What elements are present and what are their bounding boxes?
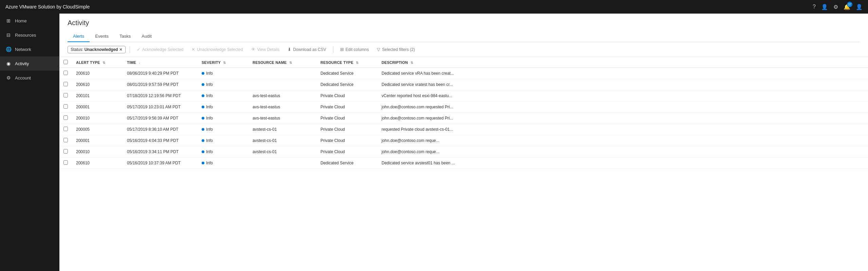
- cell-severity: Info: [198, 135, 248, 146]
- app-title: Azure VMware Solution by CloudSimple: [5, 4, 90, 10]
- row-checkbox[interactable]: [63, 149, 68, 153]
- col-header-time[interactable]: TIME ↓: [123, 57, 198, 68]
- help-icon[interactable]: ?: [813, 4, 816, 10]
- sort-icon-time: ↓: [138, 61, 140, 65]
- severity-dot: [202, 128, 204, 131]
- severity-dot: [202, 106, 204, 108]
- notifications-icon[interactable]: 🔔 37: [844, 4, 850, 10]
- table-row: 200010 05/16/2019 3:34:11 PM PDT Info av…: [59, 146, 868, 158]
- table-row: 200001 05/16/2019 4:04:33 PM PDT Info av…: [59, 135, 868, 146]
- row-checkbox[interactable]: [63, 160, 68, 165]
- page-header: Activity Alerts Events Tasks Audit: [59, 14, 868, 42]
- edit-columns-label: Edit columns: [346, 47, 369, 52]
- cell-description: john.doe@contoso.com reque...: [377, 135, 868, 146]
- filter-icon: ▽: [377, 47, 380, 52]
- severity-dot: [202, 117, 204, 120]
- sidebar-item-activity[interactable]: ◉ Activity: [0, 56, 59, 71]
- row-checkbox[interactable]: [63, 82, 68, 86]
- download-icon: ⬇: [288, 47, 291, 52]
- cell-alert-type: 200001: [72, 135, 123, 146]
- edit-columns-button[interactable]: ⊞ Edit columns: [337, 46, 372, 53]
- cell-description: Dedicated service vRA has been creat...: [377, 68, 868, 79]
- row-checkbox-cell[interactable]: [59, 68, 72, 79]
- table-row: 200101 07/18/2019 12:19:56 PM PDT Info a…: [59, 90, 868, 102]
- tab-audit[interactable]: Audit: [136, 31, 157, 42]
- page-title: Activity: [68, 19, 860, 27]
- cell-severity: Info: [198, 124, 248, 135]
- severity-dot: [202, 72, 204, 75]
- cell-alert-type: 200610: [72, 158, 123, 169]
- select-all-header[interactable]: [59, 57, 72, 68]
- col-header-alert-type[interactable]: ALERT TYPE ⇅: [72, 57, 123, 68]
- row-checkbox[interactable]: [63, 138, 68, 142]
- table-row: 200010 05/17/2019 9:56:39 AM PDT Info av…: [59, 113, 868, 124]
- row-checkbox[interactable]: [63, 71, 68, 75]
- row-checkbox[interactable]: [63, 127, 68, 131]
- cell-severity: Info: [198, 113, 248, 124]
- cell-resource-type: Private Cloud: [316, 90, 377, 102]
- severity-dot: [202, 150, 204, 153]
- cell-time: 05/17/2019 9:56:39 AM PDT: [123, 113, 198, 124]
- sidebar-item-resources[interactable]: ⊟ Resources: [0, 28, 59, 42]
- sidebar-item-account[interactable]: ⚙ Account: [0, 71, 59, 85]
- topbar: Azure VMware Solution by CloudSimple ? 👤…: [0, 0, 868, 14]
- row-checkbox-cell[interactable]: [59, 146, 72, 158]
- col-header-resource-name[interactable]: RESOURCE NAME ⇅: [248, 57, 316, 68]
- status-filter-badge[interactable]: Status: Unacknowledged ✕: [68, 46, 126, 53]
- row-checkbox-cell[interactable]: [59, 102, 72, 113]
- row-checkbox-cell[interactable]: [59, 158, 72, 169]
- sort-icon-resource-name: ⇅: [289, 61, 292, 65]
- cell-resource-type: Private Cloud: [316, 146, 377, 158]
- row-checkbox-cell[interactable]: [59, 124, 72, 135]
- row-checkbox[interactable]: [63, 104, 68, 109]
- home-icon: ⊞: [5, 18, 12, 24]
- cell-severity: Info: [198, 158, 248, 169]
- row-checkbox[interactable]: [63, 115, 68, 120]
- row-checkbox[interactable]: [63, 93, 68, 97]
- activity-icon: ◉: [5, 60, 12, 67]
- cell-resource-name: avstest-cs-01: [248, 146, 316, 158]
- table-header-row: ALERT TYPE ⇅ TIME ↓ SEVERITY ⇅ RESOURC: [59, 57, 868, 68]
- row-checkbox-cell[interactable]: [59, 135, 72, 146]
- sidebar-item-network[interactable]: 🌐 Network: [0, 42, 59, 56]
- user-settings-icon[interactable]: 👤: [821, 4, 828, 10]
- col-header-description[interactable]: DESCRIPTION ⇅: [377, 57, 868, 68]
- settings-icon[interactable]: ⚙: [833, 4, 838, 10]
- sidebar-item-home[interactable]: ⊞ Home: [0, 14, 59, 28]
- select-all-checkbox[interactable]: [63, 60, 68, 64]
- download-csv-button[interactable]: ⬇ Download as CSV: [285, 46, 329, 53]
- selected-filters-label: Selected filters (2): [382, 47, 415, 52]
- eye-icon: 👁: [251, 47, 256, 52]
- tab-alerts[interactable]: Alerts: [68, 31, 90, 42]
- unacknowledge-selected-button[interactable]: ✕ Unacknowledge Selected: [189, 46, 245, 53]
- sidebar: ⊞ Home ⊟ Resources 🌐 Network ◉ Activity …: [0, 14, 59, 271]
- tab-tasks[interactable]: Tasks: [114, 31, 136, 42]
- cell-resource-type: Dedicated Service: [316, 158, 377, 169]
- cell-time: 07/18/2019 12:19:56 PM PDT: [123, 90, 198, 102]
- layout: ⊞ Home ⊟ Resources 🌐 Network ◉ Activity …: [0, 14, 868, 271]
- col-header-resource-type[interactable]: RESOURCE TYPE ⇅: [316, 57, 377, 68]
- table-container: ALERT TYPE ⇅ TIME ↓ SEVERITY ⇅ RESOURC: [59, 57, 868, 271]
- download-label: Download as CSV: [293, 47, 326, 52]
- col-header-severity[interactable]: SEVERITY ⇅: [198, 57, 248, 68]
- toolbar: Status: Unacknowledged ✕ ✓ Acknowledge S…: [59, 42, 868, 57]
- cell-resource-type: Private Cloud: [316, 124, 377, 135]
- row-checkbox-cell[interactable]: [59, 90, 72, 102]
- sidebar-item-label: Account: [15, 75, 31, 80]
- view-details-button[interactable]: 👁 View Details: [248, 46, 282, 53]
- table-row: 200610 08/01/2019 9:57:59 PM PDT Info De…: [59, 79, 868, 90]
- cell-resource-type: Dedicated Service: [316, 68, 377, 79]
- account-icon[interactable]: 👤: [856, 4, 863, 10]
- tab-events[interactable]: Events: [90, 31, 114, 42]
- table-row: 200001 05/17/2019 10:23:01 AM PDT Info a…: [59, 102, 868, 113]
- x-icon: ✕: [191, 47, 195, 52]
- cell-time: 05/16/2019 10:37:39 AM PDT: [123, 158, 198, 169]
- cell-description: john.doe@contoso.com requested Pri...: [377, 113, 868, 124]
- acknowledge-selected-button[interactable]: ✓ Acknowledge Selected: [134, 46, 186, 53]
- selected-filters-button[interactable]: ▽ Selected filters (2): [374, 46, 418, 53]
- row-checkbox-cell[interactable]: [59, 79, 72, 90]
- cell-resource-name: avs-test-eastus: [248, 90, 316, 102]
- cell-resource-type: Dedicated Service: [316, 79, 377, 90]
- cell-severity: Info: [198, 68, 248, 79]
- row-checkbox-cell[interactable]: [59, 113, 72, 124]
